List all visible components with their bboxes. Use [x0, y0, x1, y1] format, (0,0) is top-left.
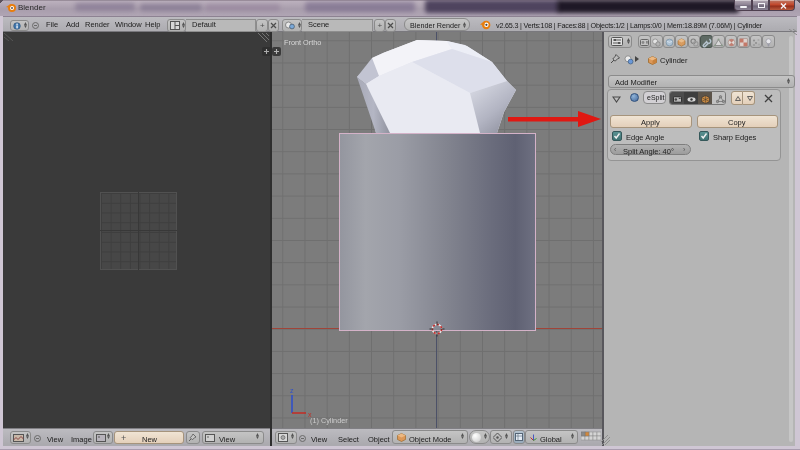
svg-text:z: z [290, 387, 294, 394]
